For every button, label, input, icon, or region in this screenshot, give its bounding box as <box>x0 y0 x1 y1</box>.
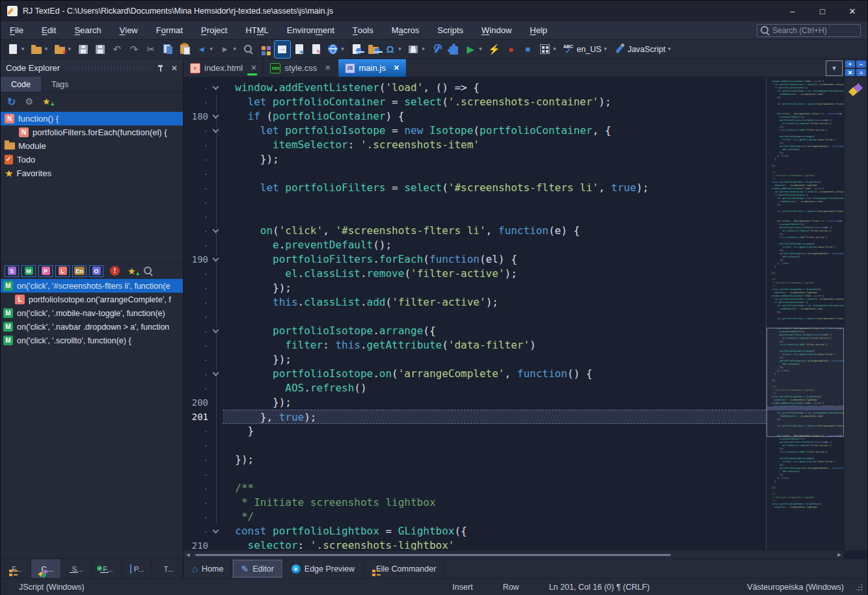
code-line[interactable]: · <box>183 209 766 224</box>
code-line[interactable]: · }); <box>183 281 766 295</box>
fold-gutter[interactable] <box>211 395 223 410</box>
tools-button[interactable] <box>429 41 444 58</box>
code-text[interactable]: }); <box>223 281 766 295</box>
tree-item[interactable]: NportfolioFilters.forEach(function(el) { <box>1 126 183 139</box>
code-line[interactable]: · itemSelector: '.screenshots-item' <box>183 138 766 152</box>
settings-gears-icon[interactable]: ⚙ <box>25 96 33 107</box>
scroll-right-arrow-icon[interactable]: ► <box>835 551 844 558</box>
line-number-gutter[interactable]: · <box>183 441 211 451</box>
fold-gutter[interactable] <box>211 295 223 310</box>
save-button[interactable] <box>75 41 91 58</box>
code-text[interactable]: }); <box>223 453 766 467</box>
close-button[interactable]: ✕ <box>837 1 867 21</box>
scroll-left-arrow-icon[interactable]: ◄ <box>183 551 193 558</box>
fold-chevron-icon[interactable] <box>213 527 219 534</box>
code-text[interactable] <box>223 209 766 224</box>
fold-gutter[interactable] <box>211 438 223 453</box>
fold-gutter[interactable] <box>211 496 223 510</box>
tree-item[interactable]: Todo <box>1 153 183 166</box>
panel-tab-todo[interactable]: T... <box>152 559 183 578</box>
fold-gutter[interactable] <box>211 109 223 124</box>
fold-chevron-icon[interactable] <box>213 256 219 262</box>
status-syntax[interactable]: JScript (Windows) <box>19 583 452 592</box>
code-line[interactable]: · portfolioIsotope.on('arrangeComplete',… <box>183 367 766 381</box>
code-line[interactable]: 210 selector: '.screenshots-lightbox' <box>183 538 766 550</box>
insert-symbol-button[interactable]: Ω▼ <box>383 41 405 58</box>
code-line[interactable]: · filter: this.getAttribute('data-filter… <box>183 338 766 352</box>
list-search-icon[interactable] <box>144 267 153 276</box>
quick-search-box[interactable] <box>757 24 861 37</box>
code-text[interactable] <box>223 166 766 181</box>
line-number-gutter[interactable]: · <box>183 241 211 250</box>
fold-gutter[interactable] <box>211 410 223 424</box>
code-text[interactable] <box>223 467 766 481</box>
lightning-button[interactable]: ⚡ <box>486 41 502 58</box>
code-text[interactable]: }); <box>223 152 766 166</box>
errors-icon[interactable]: ! <box>110 266 120 276</box>
line-number-gutter[interactable]: 201 <box>183 412 211 422</box>
tree-item[interactable]: Module <box>1 139 183 153</box>
refresh-icon[interactable]: ↻ <box>7 96 16 108</box>
undo-button[interactable]: ↶ <box>109 41 125 58</box>
record-macro-button[interactable]: ● <box>503 41 519 58</box>
line-number-gutter[interactable]: · <box>183 298 211 308</box>
fold-gutter[interactable] <box>211 481 223 496</box>
line-number-gutter[interactable]: · <box>183 169 211 179</box>
code-line[interactable]: 180 if (portfolioContainer) { <box>183 109 766 124</box>
cut-button[interactable]: ✂ <box>143 41 159 58</box>
fold-gutter[interactable] <box>211 238 223 252</box>
fold-gutter[interactable] <box>211 338 223 352</box>
code-line[interactable]: · <box>183 310 766 324</box>
fold-gutter[interactable] <box>211 252 223 267</box>
fold-gutter[interactable] <box>211 367 223 381</box>
code-line[interactable]: · const portfolioLightbox = GLightbox({ <box>183 524 766 538</box>
open-web-button[interactable] <box>366 41 381 58</box>
code-line[interactable]: · e.preventDefault(); <box>183 238 766 252</box>
code-text[interactable]: on('click', '#screenshots-flters li', fu… <box>223 224 766 238</box>
status-caret-position[interactable]: Ln 201, Col 16 (0) ¶ (CRLF) <box>549 583 650 592</box>
layout-grid-button[interactable]: ▼ <box>537 41 559 58</box>
line-number-gutter[interactable]: - <box>183 183 211 193</box>
line-number-gutter[interactable]: · <box>183 226 211 236</box>
toggle-panels-button[interactable] <box>275 41 290 58</box>
tree-item[interactable]: Nfunction() { <box>1 112 183 126</box>
code-text[interactable]: }); <box>223 395 766 410</box>
navigate-back-button[interactable]: ◄▼ <box>194 41 216 58</box>
fold-gutter[interactable] <box>211 310 223 324</box>
panel-tab-sites[interactable]: S... <box>61 559 92 578</box>
line-number-gutter[interactable]: · <box>183 284 211 293</box>
code-text[interactable]: */ <box>223 510 766 524</box>
line-number-gutter[interactable]: · <box>183 98 211 107</box>
code-text[interactable]: e.preventDefault(); <box>223 238 766 252</box>
code-line[interactable]: · /** <box>183 481 766 496</box>
code-line[interactable]: · let portfolioIsotope = new Isotope(por… <box>183 124 766 138</box>
fold-chevron-icon[interactable] <box>213 127 219 133</box>
fold-gutter[interactable] <box>211 195 223 209</box>
tab-list-dropdown[interactable]: ▼ <box>826 60 843 76</box>
code-line[interactable]: · */ <box>183 510 766 524</box>
add-favorite-icon[interactable]: ★ <box>42 96 51 107</box>
code-text[interactable]: el.classList.remove('filter-active'); <box>223 267 766 281</box>
panel-drag-grip[interactable] <box>65 66 152 71</box>
line-number-gutter[interactable]: · <box>183 384 211 393</box>
view-tab-file-commander[interactable]: File Commander <box>364 559 445 578</box>
code-text[interactable]: selector: '.screenshots-lightbox' <box>223 538 766 550</box>
format-lines-button[interactable]: ▼ <box>405 41 427 58</box>
fold-chevron-icon[interactable] <box>213 327 219 334</box>
line-number-gutter[interactable]: 180 <box>183 111 211 122</box>
list-item[interactable]: LportfolioIsotope.on('arrangeComplete', … <box>1 293 183 306</box>
fold-gutter[interactable] <box>211 424 223 438</box>
line-number-gutter[interactable]: · <box>183 527 211 536</box>
status-select-mode[interactable]: Row <box>503 583 519 592</box>
view-tab-edge[interactable]: eEdge Preview <box>283 559 364 578</box>
code-text[interactable]: }); <box>223 352 766 367</box>
pin-icon[interactable] <box>157 64 165 72</box>
line-number-gutter[interactable]: 210 <box>183 540 211 550</box>
panel-tab-files[interactable]: F... <box>1 559 31 578</box>
search-input[interactable] <box>772 26 850 35</box>
split-button-0[interactable]: + <box>845 60 855 68</box>
menu-macros[interactable]: Macros <box>383 21 429 39</box>
fold-gutter[interactable] <box>211 138 223 152</box>
code-line[interactable]: · this.classList.add('filter-active'); <box>183 295 766 310</box>
filter-s-toggle[interactable]: S <box>5 265 19 277</box>
